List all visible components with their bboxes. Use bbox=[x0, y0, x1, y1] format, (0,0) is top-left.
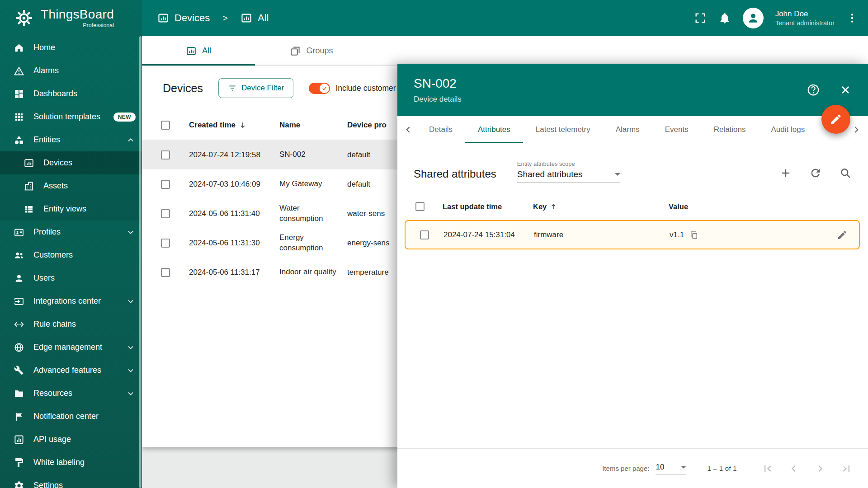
copy-icon[interactable] bbox=[689, 230, 698, 239]
row-checkbox[interactable] bbox=[161, 209, 170, 218]
more-menu-button[interactable] bbox=[846, 12, 858, 24]
tab-label: Groups bbox=[306, 46, 333, 56]
row-checkbox[interactable] bbox=[161, 239, 170, 248]
add-attribute-button[interactable] bbox=[779, 167, 792, 179]
check-icon bbox=[321, 85, 327, 91]
sidebar-item-settings[interactable]: Settings bbox=[0, 474, 142, 488]
sidebar-item-api-usage[interactable]: API usage bbox=[0, 428, 142, 451]
column-created-time[interactable]: Created time bbox=[189, 121, 279, 130]
tab-audit-logs[interactable]: Audit logs bbox=[759, 116, 818, 143]
sidebar-item-alarms[interactable]: Alarms bbox=[0, 59, 142, 82]
tab-alarms[interactable]: Alarms bbox=[603, 116, 652, 143]
search-icon bbox=[839, 167, 852, 179]
sidebar-item-profiles[interactable]: Profiles bbox=[0, 221, 142, 244]
profiles-icon bbox=[14, 227, 24, 238]
attributes-heading: Shared attributes bbox=[414, 168, 496, 183]
sidebar-item-users[interactable]: Users bbox=[0, 267, 142, 290]
attribute-row[interactable]: 2024-07-24 15:31:04 firmware v1.1 bbox=[405, 220, 860, 249]
row-checkbox[interactable] bbox=[161, 180, 170, 189]
tab-events[interactable]: Events bbox=[652, 116, 701, 143]
sort-desc-icon bbox=[238, 121, 247, 130]
tab-all[interactable]: All bbox=[142, 36, 255, 66]
sidebar-item-entity-views[interactable]: Entity views bbox=[0, 197, 142, 221]
tab-groups[interactable]: Groups bbox=[255, 36, 368, 66]
tab-latest-telemetry[interactable]: Latest telemetry bbox=[523, 116, 603, 143]
column-last-update-time[interactable]: Last update time bbox=[443, 202, 533, 211]
row-checkbox[interactable] bbox=[161, 150, 170, 160]
customers-icon bbox=[14, 250, 24, 261]
avatar[interactable] bbox=[743, 8, 764, 28]
select-all-checkbox[interactable] bbox=[161, 121, 170, 130]
sidebar-item-edge-management[interactable]: Edge management bbox=[0, 336, 142, 359]
tab-details[interactable]: Details bbox=[416, 116, 465, 143]
sidebar-item-integrations-center[interactable]: Integrations center bbox=[0, 290, 142, 313]
fullscreen-button[interactable] bbox=[694, 12, 707, 24]
select-all-checkbox[interactable] bbox=[415, 202, 425, 211]
sidebar-scrollbar[interactable] bbox=[139, 36, 142, 488]
notifications-button[interactable] bbox=[718, 12, 731, 24]
api-usage-icon bbox=[14, 434, 24, 445]
dropdown-arrow-icon bbox=[681, 466, 686, 469]
refresh-button[interactable] bbox=[809, 167, 822, 179]
device-filter-button[interactable]: Device Filter bbox=[218, 78, 293, 98]
tab-attributes[interactable]: Attributes bbox=[465, 116, 523, 143]
drawer-header-actions bbox=[807, 83, 852, 97]
tabs-scroll-left[interactable] bbox=[400, 124, 416, 136]
column-key[interactable]: Key bbox=[533, 202, 669, 211]
attributes-table-header: Last update time Key Value bbox=[397, 193, 868, 220]
sidebar-item-solution-templates[interactable]: Solution templates NEW bbox=[0, 105, 142, 128]
search-button[interactable] bbox=[839, 167, 852, 179]
close-drawer-button[interactable] bbox=[839, 84, 852, 96]
sidebar-item-resources[interactable]: Resources bbox=[0, 382, 142, 405]
last-page-icon[interactable] bbox=[840, 462, 853, 475]
column-label: Last update time bbox=[443, 202, 502, 211]
column-label: Device pro bbox=[347, 121, 387, 130]
sidebar-item-advanced-features[interactable]: Advanced features bbox=[0, 359, 142, 382]
users-icon bbox=[14, 273, 24, 284]
sidebar-item-rule-chains[interactable]: Rule chains bbox=[0, 313, 142, 336]
sidebar-item-assets[interactable]: Assets bbox=[0, 174, 142, 197]
app-logo[interactable]: ThingsBoard Professional bbox=[0, 0, 142, 36]
edit-device-fab[interactable] bbox=[821, 105, 850, 134]
tabs-scroll-right[interactable] bbox=[848, 124, 864, 136]
sidebar-item-home[interactable]: Home bbox=[0, 36, 142, 59]
include-customer-toggle[interactable] bbox=[309, 83, 330, 94]
user-role: Tenant administrator bbox=[775, 19, 835, 27]
attributes-scope-select[interactable]: Entity attributes scope Shared attribute… bbox=[517, 160, 620, 183]
sidebar-item-notification-center[interactable]: Notification center bbox=[0, 405, 142, 428]
breadcrumb-devices[interactable]: Devices bbox=[175, 12, 210, 24]
sidebar-item-devices[interactable]: Devices bbox=[0, 151, 142, 174]
created-time-cell: 2024-05-06 11:31:30 bbox=[189, 239, 279, 248]
column-name[interactable]: Name bbox=[279, 121, 347, 130]
next-page-icon[interactable] bbox=[814, 462, 826, 475]
help-button[interactable] bbox=[807, 83, 820, 97]
sidebar-item-entities[interactable]: Entities bbox=[0, 128, 142, 151]
edit-attribute-button[interactable] bbox=[826, 230, 859, 240]
device-filter-label: Device Filter bbox=[241, 84, 284, 93]
dashboards-icon bbox=[14, 89, 24, 99]
sidebar-item-customers[interactable]: Customers bbox=[0, 244, 142, 267]
pagination-controls bbox=[761, 462, 853, 475]
pencil-icon bbox=[837, 230, 848, 240]
sidebar-item-dashboards[interactable]: Dashboards bbox=[0, 82, 142, 105]
row-checkbox[interactable] bbox=[161, 268, 170, 277]
first-page-icon[interactable] bbox=[761, 462, 774, 475]
dropdown-arrow-icon bbox=[615, 173, 620, 176]
integrations-icon bbox=[14, 296, 24, 307]
column-value[interactable]: Value bbox=[669, 202, 835, 211]
thingsboard-logo-icon bbox=[14, 8, 34, 28]
tab-relations[interactable]: Relations bbox=[701, 116, 759, 143]
attributes-actions bbox=[779, 167, 852, 183]
sidebar-item-label: Devices bbox=[43, 158, 136, 168]
breadcrumb-all[interactable]: All bbox=[258, 12, 269, 24]
person-icon bbox=[746, 11, 760, 25]
items-per-page-select[interactable]: 10 bbox=[656, 463, 686, 474]
sidebar-item-label: Notification center bbox=[33, 412, 136, 421]
column-label: Value bbox=[669, 202, 688, 211]
user-info[interactable]: John Doe Tenant administrator bbox=[775, 9, 835, 27]
entity-views-icon bbox=[24, 204, 34, 215]
prev-page-icon[interactable] bbox=[788, 462, 800, 475]
pagination-range: 1 – 1 of 1 bbox=[707, 465, 737, 472]
sidebar-item-white-labeling[interactable]: White labeling bbox=[0, 451, 142, 474]
row-checkbox[interactable] bbox=[420, 230, 429, 239]
